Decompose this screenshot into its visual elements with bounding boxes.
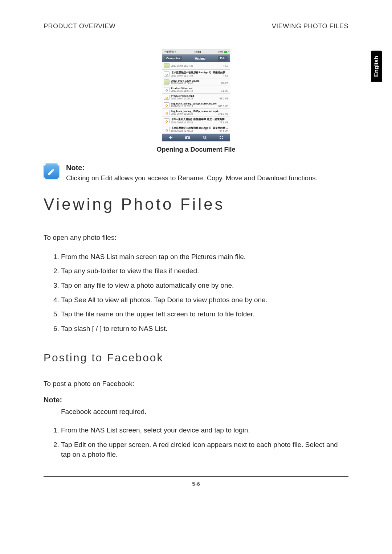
svg-rect-5 (220, 136, 221, 137)
note-text: Clicking on Edit allows you access to Re… (66, 173, 318, 183)
file-thumbnail (164, 79, 170, 85)
note2-text: Facebook account required. (61, 408, 348, 416)
file-size: 59.1 MB (220, 130, 228, 132)
step-item: Tap the file name on the upper left scre… (61, 307, 348, 321)
svg-line-4 (205, 138, 207, 139)
file-date: 2011-05-19 17:53:18 (171, 105, 193, 107)
add-icon[interactable] (168, 135, 173, 140)
file-thumbnail (164, 110, 170, 115)
page-number: 5-6 (44, 481, 348, 487)
file-thumbnail (164, 102, 170, 107)
bottom-toolbar (162, 134, 230, 141)
step-item: Tap any sub-folder to view the files if … (61, 264, 348, 278)
file-thumbnail (164, 87, 170, 92)
file-size: 271.2 MB (218, 112, 228, 115)
file-thumbnail (164, 118, 170, 123)
phone-screenshot: 中華電信 ᯤ 18:09 72% Computex Video Edit 201… (162, 49, 230, 141)
svg-rect-6 (222, 136, 223, 137)
note2-title: Note: (44, 396, 348, 404)
file-size: 885.6 MB (218, 105, 228, 107)
file-thumbnail (164, 95, 170, 100)
file-row[interactable]: 2012_0604_1200_32.jpg2012-06-04 12:00:42… (162, 78, 230, 86)
figure-caption: Opening a Document File (44, 146, 348, 153)
file-name: 【冰原歷險記4 板塊漂移 Ice Age 4】鼠奎特的新世紀之章.mp4 (171, 71, 228, 74)
file-size: 48.6 MB (220, 97, 228, 100)
svg-rect-8 (222, 138, 223, 139)
wifi-icon: ᯤ (175, 50, 177, 53)
steps2-list: From the NAS List screen, select your de… (61, 423, 348, 462)
note-icon (44, 164, 60, 180)
step-item: From the NAS List main screen tap on the… (61, 250, 348, 264)
edit-button[interactable]: Edit (218, 56, 228, 61)
subsection-heading: Posting to Facebook (44, 352, 348, 364)
page-header: Product Overview Viewing Photo Files (44, 22, 348, 30)
battery-percent: 72% (218, 51, 223, 53)
file-size: 618 KB (221, 82, 228, 85)
header-right: Viewing Photo Files (272, 22, 348, 30)
file-size: 77.1 MB (220, 121, 228, 124)
step-item: Tap See All to view all photos. Tap Done… (61, 293, 348, 307)
status-time: 18:09 (195, 51, 201, 53)
file-row[interactable]: 2012-06-04 11:27:354 KB (162, 62, 230, 70)
file-row[interactable]: 【Rio 里約大冒險】歡樂嘉年華 邀您一起來共舞.mp42012-06-01 1… (162, 116, 230, 125)
step-item: Tap on any file to view a photo automati… (61, 278, 348, 293)
nav-bar: Computex Video Edit (162, 54, 230, 62)
file-row[interactable]: Product Video.avi2012-05-29 11:51:428.1 … (162, 86, 230, 94)
footer-rule (44, 476, 348, 477)
svg-rect-7 (220, 138, 221, 139)
file-name: 【Rio 里約大冒險】歡樂嘉年華 邀您一起來共舞.mp4 (171, 118, 228, 121)
file-name: Product Video.avi (171, 87, 228, 90)
intro-text: To open any photo files: (44, 234, 348, 242)
camera-icon[interactable] (185, 136, 190, 139)
svg-point-2 (187, 137, 188, 139)
file-name: Product Video.mp4 (171, 95, 228, 97)
file-row[interactable]: big_buck_bunny_1080p_surround.avi2011-05… (162, 101, 230, 109)
note-title: Note: (66, 164, 318, 172)
file-date: 2012-06-04 11:27:52 (171, 74, 193, 77)
file-size: 8.1 MB (221, 90, 228, 92)
file-name: 【冰原歷險記4 板塊漂移 Ice Age 4】鼠奎特的新世紀之章.mp4 (171, 126, 228, 130)
svg-point-3 (203, 136, 206, 139)
file-name: big_buck_bunny_1080p_surround.mp4 (171, 110, 228, 112)
grid-icon[interactable] (219, 135, 224, 140)
file-name: 2012_0604_1200_32.jpg (171, 79, 228, 82)
file-date: 2012-06-04 10:09:26 (171, 97, 193, 100)
step-item: From the NAS List screen, select your de… (61, 423, 348, 438)
step-item: Tap slash [ / ] to return to NAS List. (61, 321, 348, 336)
language-tab: English (371, 51, 382, 82)
battery-icon (224, 51, 228, 53)
file-row[interactable]: Product Video.mp42012-06-04 10:09:2648.6… (162, 94, 230, 101)
file-thumbnail (164, 71, 170, 77)
step-item: Tap Edit on the upper screen. A red circ… (61, 438, 348, 462)
file-row[interactable]: 【冰原歷險記4 板塊漂移 Ice Age 4】鼠奎特的新世紀之章.mp42012… (162, 125, 230, 134)
carrier-label: 中華電信 (164, 50, 174, 53)
file-date: 2012-06-04 11:27:35 (171, 65, 193, 67)
steps-list: From the NAS List main screen tap on the… (61, 250, 348, 336)
file-thumbnail (164, 127, 170, 132)
note-box: Note: Clicking on Edit allows you access… (44, 164, 348, 183)
file-row[interactable]: big_buck_bunny_1080p_surround.mp42012-06… (162, 109, 230, 116)
nav-title: Video (195, 56, 205, 61)
search-icon[interactable] (203, 135, 207, 140)
file-thumbnail (164, 63, 170, 68)
file-date: 2012-06-04 10:08:36 (171, 112, 193, 115)
file-row[interactable]: 【冰原歷險記4 板塊漂移 Ice Age 4】鼠奎特的新世紀之章.mp42012… (162, 70, 230, 78)
file-size: 4 KB (223, 65, 228, 67)
back-button[interactable]: Computex (164, 56, 182, 61)
file-date: 2012-06-01 14:38:48 (171, 130, 193, 132)
file-date: 2012-06-04 12:00:42 (171, 82, 193, 85)
status-bar: 中華電信 ᯤ 18:09 72% (162, 49, 230, 54)
file-date: 2012-05-29 11:51:42 (171, 90, 193, 92)
file-date: 2012-06-01 14:35:36 (171, 121, 193, 124)
header-left: Product Overview (44, 22, 115, 30)
file-name: big_buck_bunny_1080p_surround.avi (171, 102, 228, 105)
intro2-text: To post a photo on Facebook: (44, 380, 348, 388)
svg-rect-1 (187, 136, 188, 137)
section-heading: Viewing Photo Files (44, 195, 348, 213)
file-size: 4 KB (223, 74, 228, 77)
